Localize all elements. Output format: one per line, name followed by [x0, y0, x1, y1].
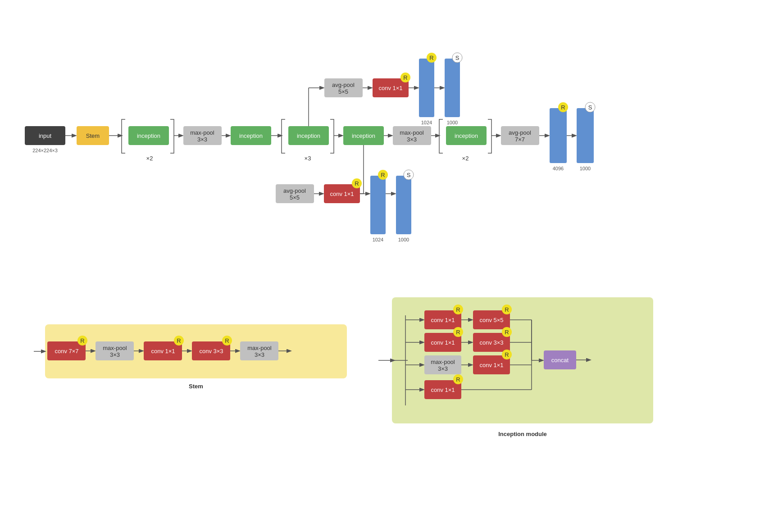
fc1000-main-bar [577, 108, 594, 163]
fc4096-label: 4096 [553, 166, 564, 171]
inception-x2b-label: inception [455, 132, 478, 139]
x2-label: ×2 [146, 155, 153, 162]
inc-maxpool-b3-label2: 3×3 [438, 365, 448, 372]
fc1000-aux2-bar [396, 176, 411, 234]
fc1024-aux1-label: 1024 [421, 120, 432, 125]
bracket-x3-close [330, 119, 334, 153]
inception4-label: inception [352, 132, 375, 139]
badge-s-fc1000-aux2-text: S [407, 172, 411, 178]
fc1024-aux2-bar [370, 176, 386, 234]
fc1000-aux1-label: 1000 [447, 120, 458, 125]
avgpool-final-label1: avg-pool [509, 129, 531, 136]
avgpool-aux1-label1: avg-pool [332, 82, 355, 88]
bracket-x2b-close [488, 119, 491, 153]
maxpool1-label2: 3×3 [197, 136, 207, 143]
badge-s-fc1000-aux1-text: S [455, 55, 460, 61]
fc1024-aux1-bar [419, 59, 434, 117]
avgpool-aux2-label1: avg-pool [283, 187, 306, 194]
badge-r-inc-b3-text: R [505, 351, 509, 358]
avgpool-aux1-label2: 5×5 [338, 88, 348, 95]
inception-detail-title: Inception module [498, 431, 547, 437]
input-label: input [39, 132, 52, 139]
maxpool1-label1: max-pool [190, 129, 214, 136]
bracket-x2-open [122, 119, 125, 153]
stem-conv1x1-label: conv 1×1 [151, 348, 175, 355]
stem-conv3x3-label: conv 3×3 [199, 348, 223, 355]
bracket-x2b-open [439, 119, 443, 153]
maxpool2-label1: max-pool [400, 129, 424, 136]
stem-pool2-label1: max-pool [247, 345, 272, 351]
input-sublabel: 224×224×3 [32, 148, 58, 153]
conv1x1-aux1-label: conv 1×1 [378, 85, 402, 91]
architecture-diagram: input 224×224×3 Stem inception ×2 max-po… [0, 0, 778, 532]
x3-label: ×3 [305, 155, 311, 162]
diagram-container: input 224×224×3 Stem inception ×2 max-po… [0, 0, 778, 532]
badge-r-stem-conv1x1-text: R [177, 337, 181, 344]
avgpool-aux2-label2: 5×5 [290, 194, 300, 201]
inc-maxpool-b3-label1: max-pool [431, 359, 455, 365]
badge-r-inc-b2b-text: R [505, 329, 509, 336]
inc-conv5x5-b1-label: conv 5×5 [479, 317, 503, 323]
bracket-x3-open [282, 119, 285, 153]
stem-detail-title: Stem [189, 383, 203, 390]
inc-conv1x1-b3-label: conv 1×1 [479, 362, 503, 368]
concat-label: concat [551, 357, 569, 364]
badge-s-fc1000-main-text: S [588, 104, 592, 111]
badge-r-fc1024-aux1-text: R [429, 55, 433, 61]
stem-pool1-label2: 3×3 [110, 351, 120, 358]
badge-r-conv-aux1-text: R [403, 74, 407, 81]
fc1000-aux2-label: 1000 [398, 237, 409, 242]
bracket-x2-close [170, 119, 174, 153]
badge-r-fc1024-aux2-text: R [381, 172, 385, 178]
inception-x2-label: inception [137, 132, 160, 139]
conv1x1-aux2-label: conv 1×1 [330, 191, 354, 197]
stem-pool2-label2: 3×3 [255, 351, 264, 358]
inc-conv1x1-b2-label: conv 1×1 [431, 339, 455, 346]
inc-conv1x1-b4-label: conv 1×1 [431, 386, 455, 393]
avgpool-final-label2: 7×7 [515, 136, 525, 143]
inc-conv3x3-b2-label: conv 3×3 [479, 339, 503, 346]
badge-r-inc-b4-text: R [456, 376, 460, 383]
badge-r-inc-b2a-text: R [456, 329, 460, 336]
inc-conv1x1-b1-label: conv 1×1 [431, 317, 455, 323]
badge-r-conv7x7-text: R [80, 337, 84, 344]
inception2-label: inception [239, 132, 263, 139]
x2b-label: ×2 [462, 155, 469, 162]
fc4096-bar [550, 108, 567, 163]
fc1024-aux2-label: 1024 [373, 237, 383, 242]
inception-x3-label: inception [297, 132, 320, 139]
stem-label: Stem [86, 132, 100, 139]
badge-r-fc4096-text: R [561, 104, 565, 111]
stem-conv7x7-label: conv 7×7 [55, 348, 78, 355]
fc1000-aux1-bar [445, 59, 460, 117]
maxpool2-label2: 3×3 [407, 136, 417, 143]
badge-r-inc-b1a-text: R [456, 306, 460, 313]
badge-r-stem-conv3x3-text: R [225, 337, 229, 344]
fc1000-main-label: 1000 [580, 166, 591, 171]
badge-r-inc-b1b-text: R [505, 306, 509, 313]
stem-pool1-label1: max-pool [103, 345, 127, 351]
badge-r-conv-aux2-text: R [355, 180, 359, 187]
